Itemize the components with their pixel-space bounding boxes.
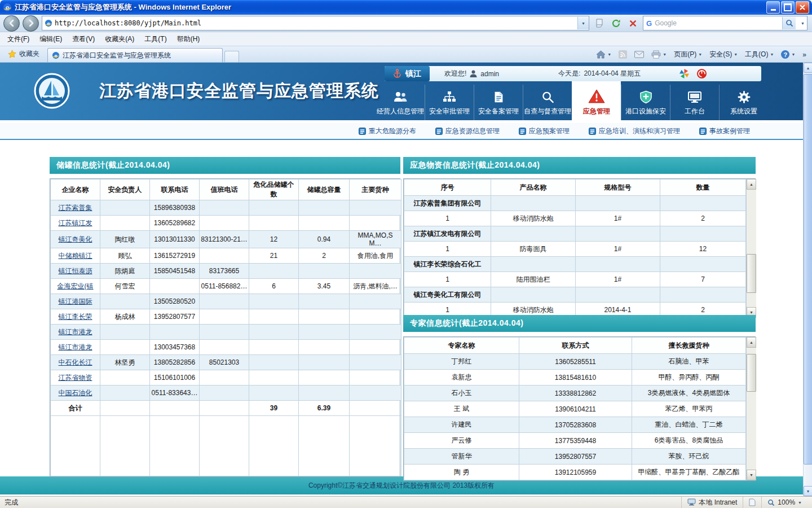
- nav-item-self-inspection[interactable]: 自查与督查管理: [523, 85, 572, 120]
- company-link[interactable]: 江苏索普集: [59, 204, 92, 212]
- menu-item[interactable]: 文件(F): [2, 32, 34, 46]
- company-link[interactable]: 中储粮镇江: [59, 252, 92, 260]
- subnav-label: 事故案例管理: [709, 126, 750, 136]
- expert-phone-cell: 13815481610: [519, 370, 632, 386]
- cargo-cell: MMA,MO,S M…: [350, 231, 401, 248]
- nav-item-safety-filing[interactable]: 安全备案管理: [474, 85, 523, 120]
- tools-menu-button[interactable]: 工具(O)▼: [745, 50, 774, 59]
- pinwheel-home-button[interactable]: [679, 68, 690, 79]
- group-company-cell: 江苏索普集团有限公司: [404, 196, 491, 211]
- rss-icon: [619, 50, 627, 59]
- port-selector[interactable]: 镇江: [385, 66, 430, 81]
- scrollbar-thumb[interactable]: [747, 254, 756, 293]
- search-button[interactable]: [782, 17, 796, 29]
- company-link[interactable]: 镇江市港龙: [59, 328, 92, 336]
- scroll-up-icon[interactable]: ▲: [747, 337, 756, 348]
- subnav-item[interactable]: 重大危险源分布: [359, 126, 416, 136]
- page-menu-button[interactable]: 页面(P)▼: [674, 50, 702, 59]
- close-icon: [800, 5, 805, 10]
- refresh-button[interactable]: [609, 16, 623, 30]
- expert-name-cell: 管新华: [404, 449, 519, 465]
- menu-item[interactable]: 查看(V): [67, 32, 100, 46]
- power-icon: [696, 68, 707, 79]
- menu-item[interactable]: 工具(T): [139, 32, 171, 46]
- new-tab-button[interactable]: [224, 51, 239, 62]
- menu-item[interactable]: 收藏夹(A): [100, 32, 139, 46]
- column-header: 联系方式: [519, 338, 632, 354]
- stop-ic: [629, 20, 637, 27]
- sub-navigation: 重大危险源分布应急资源信息管理应急预案管理应急培训、演练和演习管理事故案例管理: [0, 123, 803, 140]
- search-dropdown-arrow[interactable]: ▼: [798, 21, 807, 25]
- zoom-control[interactable]: 100% ▼: [761, 497, 807, 508]
- toolbar-overflow-button[interactable]: »: [802, 51, 806, 59]
- page-favicon-icon: e: [45, 19, 52, 27]
- subnav-item[interactable]: 应急资源信息管理: [435, 126, 500, 136]
- empty-rows: [51, 416, 401, 476]
- company-link[interactable]: 镇江恒泰沥: [59, 267, 92, 275]
- print-button[interactable]: ▼: [651, 50, 667, 59]
- stop-button[interactable]: [626, 16, 640, 30]
- scrollbar-thumb[interactable]: [804, 74, 812, 465]
- supplies-scrollbar[interactable]: ▲ ▼: [746, 179, 756, 318]
- help-button[interactable]: ? ▼: [781, 50, 795, 59]
- subnav-item[interactable]: 应急预案管理: [519, 126, 570, 136]
- close-button[interactable]: [796, 1, 809, 14]
- nav-item-emergency-management[interactable]: 应急管理: [572, 81, 621, 120]
- help-icon: ?: [781, 50, 789, 59]
- address-url[interactable]: http://localhost:8080/yjpt/Main.html: [55, 19, 575, 27]
- company-link[interactable]: 中石化长江: [59, 358, 92, 366]
- nav-item-system-settings[interactable]: 系统设置: [719, 85, 768, 120]
- supplies-group-row: 江苏镇江发电有限公司: [404, 226, 746, 242]
- company-link[interactable]: 镇江市港龙: [59, 343, 92, 351]
- expert-table-row: 丁邦红13605285511石脑油、甲苯: [404, 354, 746, 370]
- browser-scrollbar[interactable]: ▲ ▼: [803, 63, 812, 496]
- scroll-up-icon[interactable]: ▲: [804, 63, 812, 73]
- address-field[interactable]: e http://localhost:8080/yjpt/Main.html ▼: [42, 16, 589, 30]
- maximize-button[interactable]: [781, 1, 795, 14]
- search-input[interactable]: Google: [655, 19, 779, 27]
- read-mail-button[interactable]: [634, 51, 644, 58]
- company-link[interactable]: 镇江李长荣: [59, 313, 92, 321]
- subnav-item[interactable]: 应急培训、演练和演习管理: [589, 126, 680, 136]
- tank-count-cell: [249, 216, 299, 231]
- company-link[interactable]: 中国石油化: [59, 389, 92, 397]
- company-link[interactable]: 江苏镇江发: [59, 219, 92, 227]
- company-link[interactable]: 镇江奇美化: [59, 235, 92, 243]
- group-company-cell: 镇江李长荣综合石化工: [404, 257, 491, 272]
- company-cell: 金海宏业(镇: [51, 279, 100, 294]
- nav-item-port-security[interactable]: 港口设施保安: [621, 85, 670, 120]
- safety-menu-button[interactable]: 安全(S)▼: [709, 50, 738, 59]
- company-link[interactable]: 金海宏业(镇: [58, 282, 94, 290]
- nav-item-safety-approval[interactable]: 安全审批管理: [425, 85, 474, 120]
- nav-item-workbench[interactable]: 工作台: [670, 85, 719, 120]
- address-dropdown-arrow[interactable]: ▼: [577, 17, 589, 29]
- cargo-cell: 沥青,燃料油,…: [350, 279, 401, 294]
- experts-scrollbar[interactable]: ▲ ▼: [746, 337, 756, 480]
- menu-item[interactable]: 帮助(H): [172, 32, 205, 46]
- feeds-button[interactable]: [619, 50, 627, 59]
- experts-table: 专家名称联系方式擅长救援货种 丁邦红13605285511石脑油、甲苯袁新忠13…: [404, 337, 746, 480]
- home-button[interactable]: ▼: [596, 50, 611, 59]
- compatibility-view-button[interactable]: [592, 16, 606, 30]
- supplies-data-row: 1移动消防水炮1#2: [404, 211, 746, 226]
- subnav-item[interactable]: 事故案例管理: [699, 126, 750, 136]
- company-link[interactable]: 镇江港国际: [59, 297, 92, 305]
- scroll-down-icon[interactable]: ▼: [804, 486, 812, 496]
- menu-item[interactable]: 编辑(E): [34, 32, 67, 46]
- nav-item-operator-info[interactable]: 经营人信息管理: [376, 85, 425, 120]
- favorites-button[interactable]: 收藏夹: [3, 47, 44, 62]
- empty-cell: [100, 416, 150, 476]
- company-link[interactable]: 江苏省物资: [59, 374, 92, 382]
- back-button[interactable]: [3, 15, 20, 32]
- scroll-up-icon[interactable]: ▲: [747, 179, 756, 190]
- manager-cell: 林坚勇: [100, 355, 150, 370]
- minimize-button[interactable]: [766, 1, 780, 14]
- favorites-label: 收藏夹: [19, 49, 39, 59]
- search-box[interactable]: G Google ▼: [643, 16, 807, 30]
- scroll-down-icon[interactable]: ▼: [747, 470, 756, 480]
- browser-tab[interactable]: e 江苏省港口安全监管与应急管理系统: [47, 48, 223, 62]
- scrollbar-thumb[interactable]: [747, 354, 756, 392]
- title-bar[interactable]: e 江苏省港口安全监管与应急管理系统 - Windows Internet Ex…: [0, 0, 812, 15]
- logout-button[interactable]: [696, 68, 707, 79]
- forward-button[interactable]: [23, 15, 39, 32]
